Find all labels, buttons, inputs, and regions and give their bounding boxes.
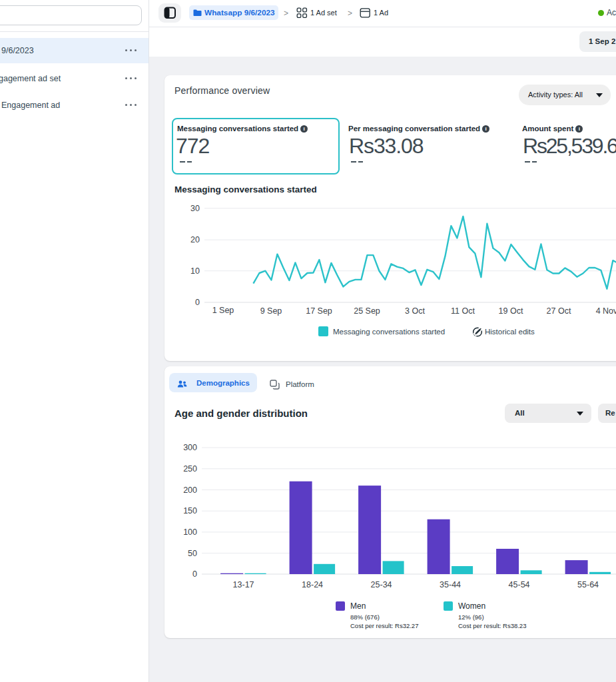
svg-text:45-54: 45-54 xyxy=(509,580,530,589)
svg-text:18-24: 18-24 xyxy=(302,580,323,589)
svg-text:20: 20 xyxy=(190,235,200,244)
svg-text:100: 100 xyxy=(183,527,197,537)
svg-text:200: 200 xyxy=(183,486,197,495)
svg-text:4 Nov: 4 Nov xyxy=(596,306,616,316)
svg-text:0: 0 xyxy=(195,298,200,307)
svg-text:25 Sep: 25 Sep xyxy=(354,306,380,316)
svg-text:50: 50 xyxy=(188,549,197,558)
svg-text:10: 10 xyxy=(190,266,200,276)
svg-text:25-34: 25-34 xyxy=(371,580,392,589)
svg-text:300: 300 xyxy=(183,443,197,452)
svg-text:13-17: 13-17 xyxy=(233,580,254,589)
svg-text:3 Oct: 3 Oct xyxy=(405,306,425,316)
svg-text:19 Oct: 19 Oct xyxy=(499,306,523,316)
svg-text:0: 0 xyxy=(192,569,197,579)
svg-text:17 Sep: 17 Sep xyxy=(306,306,332,316)
svg-text:9 Sep: 9 Sep xyxy=(260,306,282,316)
svg-text:55-64: 55-64 xyxy=(577,580,599,589)
svg-text:11 Oct: 11 Oct xyxy=(451,306,475,316)
svg-text:35-44: 35-44 xyxy=(440,580,461,589)
svg-text:150: 150 xyxy=(183,506,197,515)
svg-text:1 Sep: 1 Sep xyxy=(212,306,234,315)
svg-text:30: 30 xyxy=(190,204,200,213)
svg-text:27 Oct: 27 Oct xyxy=(547,306,571,316)
svg-text:250: 250 xyxy=(183,464,197,474)
